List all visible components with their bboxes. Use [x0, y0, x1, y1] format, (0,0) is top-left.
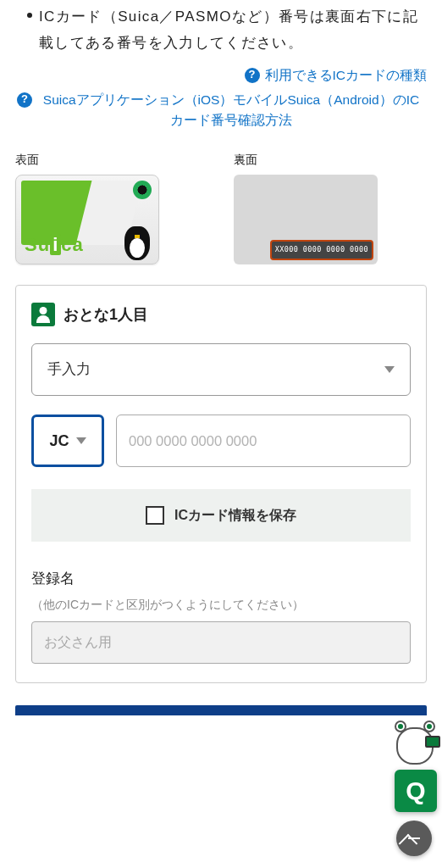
- help-link-app-guide[interactable]: ? Suicaアプリケーション（iOS）モバイルSuica（Android）のI…: [15, 90, 427, 139]
- chevron-down-icon: [384, 366, 395, 373]
- card-front-image: Suica: [15, 175, 159, 264]
- save-card-checkbox-row[interactable]: ICカード情報を保存: [31, 489, 411, 542]
- brand-text: Su: [25, 234, 50, 255]
- input-mode-value: 手入力: [47, 358, 91, 381]
- passenger-form: おとな1人目 手入力 JC ICカード情報を保存 登録名 （他のICカードと区別…: [15, 285, 427, 683]
- save-card-label: ICカード情報を保存: [174, 504, 296, 526]
- instruction-text: ICカード（Suica／PASMOなど）番号は裏面右下に記載してある番号を入力し…: [39, 3, 427, 57]
- registration-name-input[interactable]: [31, 621, 411, 664]
- card-prefix-select[interactable]: JC: [31, 415, 104, 468]
- card-front-column: 表面 Suica: [15, 150, 208, 264]
- bullet-dot: [27, 13, 32, 18]
- card-illustration-row: 表面 Suica 裏面 XX000 0000 0000 0000: [15, 150, 427, 264]
- person-icon: [31, 303, 55, 326]
- chevron-down-icon: [76, 437, 86, 444]
- penguin-icon: [124, 226, 150, 260]
- question-icon: ?: [17, 92, 32, 108]
- passenger-title: おとな1人目: [64, 303, 148, 327]
- card-back-image: XX000 0000 0000 0000: [234, 175, 378, 264]
- card-number-highlight: XX000 0000 0000 0000: [270, 240, 373, 260]
- card-back-label: 裏面: [234, 150, 427, 169]
- card-prefix-value: JC: [49, 429, 69, 453]
- brand-i: i: [50, 234, 61, 255]
- help-link-text: 利用できるICカードの種類: [265, 65, 428, 86]
- question-icon: ?: [245, 68, 260, 83]
- card-back-column: 裏面 XX000 0000 0000 0000: [234, 150, 427, 264]
- input-mode-select[interactable]: 手入力: [31, 343, 411, 395]
- registration-name-hint: （他のICカードと区別がつくようにしてください）: [31, 595, 411, 614]
- card-front-label: 表面: [15, 150, 208, 169]
- help-link-text: Suicaアプリケーション（iOS）モバイルSuica（Android）のICカ…: [37, 90, 425, 132]
- brand-text: ca: [61, 234, 83, 255]
- passenger-header: おとな1人目: [31, 303, 411, 327]
- instruction-bullet: ICカード（Suica／PASMOなど）番号は裏面右下に記載してある番号を入力し…: [15, 0, 427, 62]
- bottom-primary-bar[interactable]: [15, 705, 427, 715]
- checkbox-icon: [146, 506, 164, 525]
- card-number-row: JC: [31, 415, 411, 468]
- help-link-card-types[interactable]: ? 利用できるICカードの種類: [15, 62, 427, 90]
- registration-name-label: 登録名: [31, 567, 411, 590]
- card-number-input[interactable]: [116, 415, 411, 468]
